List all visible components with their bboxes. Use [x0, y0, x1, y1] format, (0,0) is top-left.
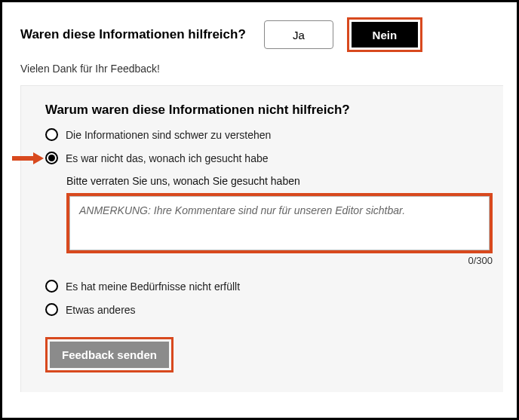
header-row: Waren diese Informationen hilfreich? Ja … — [20, 17, 499, 52]
radio-icon — [45, 303, 58, 316]
radio-label: Es hat meine Bedürfnisse nicht erfüllt — [66, 281, 240, 293]
radio-option-not-what-looking-for[interactable]: Es war nicht das, wonach ich gesucht hab… — [45, 152, 485, 164]
svg-marker-1 — [33, 152, 44, 164]
sub-section-search-detail: Bitte verraten Sie uns, wonach Sie gesuc… — [66, 175, 485, 266]
feedback-reason-panel: Warum waren diese Informationen nicht hi… — [20, 85, 503, 392]
radio-icon — [45, 152, 58, 164]
radio-option-something-else[interactable]: Etwas anderes — [45, 303, 485, 316]
radio-option-hard-to-understand[interactable]: Die Informationen sind schwer zu versteh… — [45, 128, 485, 141]
thankyou-text: Vielen Dank für Ihr Feedback! — [20, 63, 499, 75]
pointer-arrow-icon — [12, 152, 44, 164]
textarea-highlight — [66, 193, 493, 253]
header-question: Waren diese Informationen hilfreich? — [20, 27, 246, 42]
submit-button-highlight: Feedback senden — [45, 337, 174, 372]
radio-label: Es war nicht das, wonach ich gesucht hab… — [66, 152, 269, 164]
radio-label: Etwas anderes — [66, 304, 136, 316]
svg-rect-0 — [12, 156, 33, 161]
feedback-dialog: Waren diese Informationen hilfreich? Ja … — [0, 0, 519, 420]
radio-icon — [45, 280, 58, 293]
submit-button[interactable]: Feedback senden — [50, 342, 169, 368]
yes-button[interactable]: Ja — [264, 20, 333, 49]
radio-option-needs-not-met[interactable]: Es hat meine Bedürfnisse nicht erfüllt — [45, 280, 485, 293]
feedback-textarea[interactable] — [69, 196, 490, 250]
char-count: 0/300 — [66, 255, 493, 266]
no-button[interactable]: Nein — [352, 22, 418, 48]
radio-icon — [45, 128, 58, 141]
sub-label: Bitte verraten Sie uns, wonach Sie gesuc… — [66, 175, 485, 187]
no-button-highlight: Nein — [347, 17, 422, 52]
radio-label: Die Informationen sind schwer zu versteh… — [66, 129, 271, 141]
panel-title: Warum waren diese Informationen nicht hi… — [45, 103, 485, 118]
